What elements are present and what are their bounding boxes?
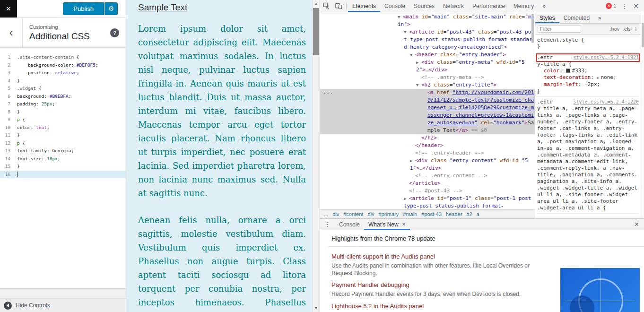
dom-tree[interactable]: ▼<main id="main" class="site-main" role=… [320,12,535,209]
tab-close-icon[interactable]: ✕ [402,222,406,227]
tab-computed[interactable]: Computed [559,12,594,23]
dom-tree-node[interactable]: <!-- .entry-header --> [320,149,535,157]
style-source-link[interactable]: style.css?v…=5.2.4:1220 [574,99,639,105]
code-line[interactable]: 11} [0,131,126,139]
css-rule[interactable]: style.css?v…=5.2.4:1220.entry-title a, .… [537,98,639,214]
css-property[interactable]: margin-left: -2px; [537,81,639,88]
breadcrumb-item[interactable]: ... [324,211,328,217]
dom-tree-node[interactable]: <!-- .entry-content --> [320,172,535,180]
expand-arrow-icon[interactable]: ▶ [597,76,600,80]
devtools-close-icon[interactable]: ✕ [633,2,639,10]
publish-settings-button[interactable]: ⚙ [104,2,118,15]
code-line[interactable]: 4} [0,77,126,85]
code-line[interactable]: 16 [0,171,126,179]
cls-toggle[interactable]: .cls [623,26,631,32]
hov-toggle[interactable]: :hov [610,26,620,32]
css-code-editor[interactable]: 1.site-content-contain {2 background-col… [0,48,126,289]
dom-tree-node-selected[interactable]: ...<a href="http://yourdomain.com/2019/1… [320,89,535,134]
code-line[interactable]: 9p { [0,116,126,124]
styles-filter-input[interactable] [538,26,581,33]
collapse-icon[interactable] [4,302,12,310]
code-line[interactable]: 14font-size: 18px; [0,155,126,163]
kebab-menu-icon[interactable]: ⋮ [621,2,628,10]
whatsnew-headline: Highlights from the Chrome 78 update [328,230,644,247]
tab-more-tabs[interactable]: » [538,0,550,12]
tab-elements[interactable]: Elements [348,0,380,12]
breadcrumb-item[interactable]: #content [343,211,363,217]
tab-styles[interactable]: Styles [535,12,559,23]
dom-tree-node[interactable]: </header> [320,142,535,149]
color-swatch[interactable] [566,69,570,73]
error-badge[interactable]: ✕ 1 [606,3,616,9]
publish-button[interactable]: Publish [63,2,104,15]
code-line[interactable]: 2 background-color: #DEF0F5; [0,61,126,69]
hide-controls-label[interactable]: Hide Controls [16,302,50,309]
tab-more-sidebar-tabs[interactable]: » [594,12,606,23]
element-style-rule[interactable]: element.style { } [537,36,639,52]
code-line[interactable]: 1.site-content-contain { [0,53,126,61]
back-button[interactable]: ‹ [0,18,23,47]
css-property[interactable]: text-decoration: ▶none; [537,74,639,81]
dom-tree-node[interactable]: ▼<main id="main" class="site-main" role=… [320,13,535,28]
code-line[interactable]: 3 position: relative; [0,69,126,77]
element-style-selector[interactable]: element.style { [537,37,639,43]
device-toolbar-icon[interactable] [332,0,345,12]
tab-console[interactable]: Console [380,0,409,12]
breadcrumb-item[interactable]: #main [403,211,417,217]
dom-tree-node[interactable]: ▶<div class="entry-content" wfd-id="51">… [320,157,535,172]
breadcrumb-item[interactable]: header [446,211,462,217]
dom-tree-node[interactable]: ▶<div class="entry-meta" wfd-id="52">…</… [320,59,535,74]
styles-scrollbar-thumb[interactable] [642,23,644,47]
scrollbar-down-icon[interactable]: ▼ [313,304,320,312]
dom-tree-node[interactable]: </h2> [320,134,535,142]
elements-scrollbar-thumb[interactable] [531,14,534,43]
code-line[interactable]: 12p { [0,139,126,147]
help-button[interactable]: ? [110,28,119,37]
style-source-link[interactable]: style.css?v…=5.2.4:1921 [574,54,639,61]
tab-performance[interactable]: Performance [468,0,509,12]
dom-tree-node[interactable]: <!-- #post-43 --> [320,187,535,195]
breadcrumb-item[interactable]: h2 [466,211,472,217]
preview-scrollbar[interactable]: ▲ ▼ [312,0,320,312]
whatsnew-section-title[interactable]: Multi-client support in the Audits panel [331,253,549,260]
dom-tree-node[interactable]: ▼<header class="entry-header"> [320,51,535,59]
dom-tree-node[interactable]: <!-- .entry-meta --> [320,74,535,81]
code-line[interactable]: 5.widget { [0,85,126,93]
css-rule[interactable]: style.css?v…=5.2.4:1921.entry-title a {c… [537,53,639,97]
breadcrumb-item[interactable]: a [477,211,479,217]
drawer-menu-icon[interactable]: ⋮ [320,221,335,228]
styles-scrollbar[interactable] [641,12,644,218]
dom-tree-node[interactable]: ▼<article id="post-43" class="post-43 po… [320,28,535,51]
whatsnew-section-title[interactable]: Payment Handler debugging [331,281,549,288]
whatsnew-section-title[interactable]: Lighthouse 5.2 in the Audits panel [331,303,549,310]
dom-tree-node[interactable]: ▼<h2 class="entry-title"> [320,81,535,89]
scrollbar-thumb[interactable] [313,8,319,55]
breadcrumb-item[interactable]: #primary [379,211,399,217]
drawer-close-icon[interactable]: ✕ [634,221,639,228]
code-line[interactable]: 6background: #B9EBFA; [0,93,126,101]
tab-memory[interactable]: Memory [509,0,538,12]
css-property[interactable]: color: #333; [537,68,639,74]
video-thumbnail[interactable] [560,268,640,312]
tab-network[interactable]: Network [439,0,468,12]
code-line[interactable]: 13font-family: Georgia; [0,147,126,155]
tab-sources[interactable]: Sources [409,0,439,12]
property-value: none [600,74,613,80]
scrollbar-up-icon[interactable]: ▲ [313,0,320,8]
code-line[interactable]: 8} [0,108,126,116]
code-line[interactable]: 15} [0,163,126,171]
code-line[interactable]: 10color: teal; [0,124,126,132]
post-title-link[interactable]: Sample Text [138,2,187,13]
breadcrumb-item[interactable]: div [332,211,339,217]
whatsnew-body: Multi-client support in the Audits panel… [320,247,644,312]
inspect-icon[interactable] [320,0,332,12]
new-style-rule-button[interactable]: + [634,25,638,33]
code-line[interactable]: 7padding: 25px; [0,100,126,108]
tab-console[interactable]: Console [335,219,364,230]
close-customizer-button[interactable]: ✕ [0,0,17,17]
breadcrumb-item[interactable]: #post-43 [421,211,442,217]
dom-tree-node[interactable]: ▶<article id="post-1" class="post-1 post… [320,195,535,209]
dom-tree-node[interactable]: </article> [320,180,535,187]
breadcrumb-item[interactable]: div [367,211,374,217]
tab-what-s-new[interactable]: What's New✕ [364,219,410,230]
